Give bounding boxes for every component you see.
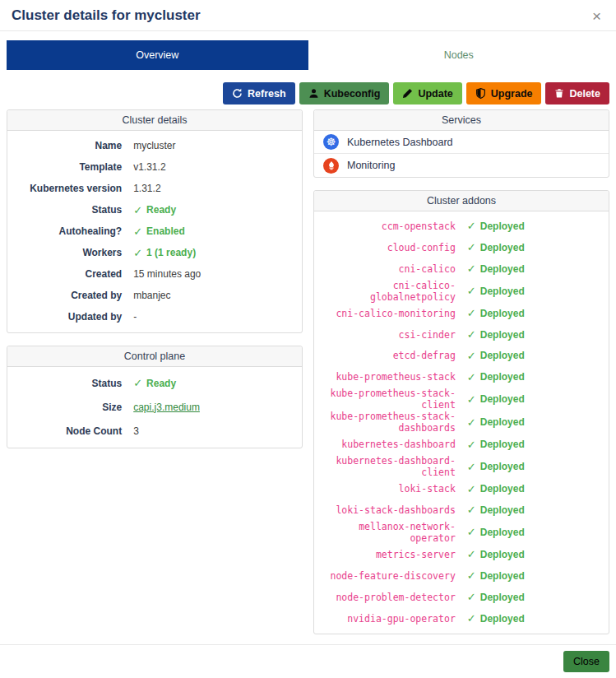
addon-status: ✓ Deployed xyxy=(467,570,609,582)
cluster-details-modal: Cluster details for mycluster × Overview… xyxy=(0,0,616,678)
status-text: Ready xyxy=(146,204,176,216)
close-button[interactable]: Close xyxy=(563,651,609,672)
addon-row: etcd-defrag ✓ Deployed xyxy=(314,345,609,366)
addon-row: loki-stack ✓ Deployed xyxy=(314,478,609,499)
addon-status-label: Deployed xyxy=(480,416,525,428)
tab-nodes[interactable]: Nodes xyxy=(308,40,610,70)
user-icon xyxy=(308,88,319,99)
addon-name: csi-cinder xyxy=(314,329,456,341)
addon-row: nvidia-gpu-operator ✓ Deployed xyxy=(314,608,609,629)
addon-status: ✓ Deployed xyxy=(467,504,609,516)
addon-status-label: Deployed xyxy=(480,549,525,560)
addon-status: ✓ Deployed xyxy=(467,308,609,319)
addon-status: ✓ Deployed xyxy=(467,439,609,450)
detail-row-created-by: Created by mbanjec xyxy=(7,285,302,306)
tab-overview[interactable]: Overview xyxy=(7,40,308,70)
addon-status-label: Deployed xyxy=(480,439,525,450)
service-label: Kubernetes Dashboard xyxy=(347,137,453,148)
trash-icon xyxy=(554,88,564,99)
size-link[interactable]: capi.j3.medium xyxy=(133,402,200,413)
check-icon: ✓ xyxy=(133,248,142,258)
addon-status-label: Deployed xyxy=(480,570,525,582)
addon-status-label: Deployed xyxy=(480,592,525,603)
addon-row: mellanox-network-operator ✓ Deployed xyxy=(314,521,609,544)
service-label: Monitoring xyxy=(347,160,395,171)
delete-label: Delete xyxy=(569,88,600,100)
addon-name: kubernetes-dashboard-client xyxy=(314,455,456,478)
shield-icon xyxy=(475,88,486,99)
addon-status: ✓ Deployed xyxy=(467,461,609,472)
refresh-icon xyxy=(232,88,243,99)
cluster-addons-body: ccm-openstack ✓ Deployed cloud-config ✓ xyxy=(314,211,609,634)
addon-status-label: Deployed xyxy=(480,613,525,625)
detail-row-autohealing: Autohealing? ✓Enabled xyxy=(7,221,302,242)
check-icon: ✓ xyxy=(467,351,476,361)
service-kubernetes-dashboard[interactable]: ☸ Kubernetes Dashboard xyxy=(314,131,609,154)
update-button[interactable]: Update xyxy=(393,82,461,104)
addon-status-label: Deployed xyxy=(480,504,525,516)
modal-body: Cluster details Name mycluster Template … xyxy=(0,109,616,647)
detail-row-workers: Workers ✓1 (1 ready) xyxy=(7,242,302,263)
services-body: ☸ Kubernetes Dashboard Monitoring xyxy=(314,131,609,177)
row-value: 3 xyxy=(133,425,294,437)
modal-footer: Close xyxy=(0,644,616,678)
check-icon: ✓ xyxy=(467,613,476,624)
kubeconfig-button[interactable]: Kubeconfig xyxy=(299,82,390,104)
row-label: Updated by xyxy=(7,311,122,323)
kubernetes-icon: ☸ xyxy=(323,134,339,150)
addon-row: kubernetes-dashboard-client ✓ Deployed xyxy=(314,455,609,478)
addon-status-label: Deployed xyxy=(480,350,525,361)
modal-header: Cluster details for mycluster × xyxy=(0,0,616,31)
addon-status: ✓ Deployed xyxy=(467,416,609,428)
addon-name: cni-calico-globalnetpolicy xyxy=(314,280,456,303)
cluster-details-panel: Cluster details Name mycluster Template … xyxy=(7,109,303,333)
cluster-details-body: Name mycluster Template v1.31.2 Kubernet… xyxy=(7,131,302,332)
delete-button[interactable]: Delete xyxy=(545,82,609,104)
row-label: Node Count xyxy=(7,425,122,437)
check-icon: ✓ xyxy=(467,504,476,515)
check-icon: ✓ xyxy=(133,378,142,388)
addon-row: kube-prometheus-stack-client ✓ Deployed xyxy=(314,388,609,411)
refresh-button[interactable]: Refresh xyxy=(223,82,295,104)
addon-status: ✓ Deployed xyxy=(467,393,609,405)
addon-name: kubernetes-dashboard xyxy=(314,439,456,450)
addon-row: cloud-config ✓ Deployed xyxy=(314,237,609,258)
cluster-addons-header: Cluster addons xyxy=(314,191,609,211)
detail-row-status: Status ✓Ready xyxy=(7,199,302,221)
cp-row-node-count: Node Count 3 xyxy=(7,419,302,443)
right-column: Services ☸ Kubernetes Dashboard Monitori… xyxy=(313,109,609,647)
detail-row-name: Name mycluster xyxy=(7,135,302,156)
addon-status: ✓ Deployed xyxy=(467,221,609,232)
check-icon: ✓ xyxy=(467,549,476,560)
close-icon[interactable]: × xyxy=(589,8,604,24)
kubeconfig-label: Kubeconfig xyxy=(324,88,381,100)
row-value: ✓Enabled xyxy=(133,225,294,237)
check-icon: ✓ xyxy=(467,527,476,537)
row-value: ✓Ready xyxy=(133,204,294,216)
addon-name: kube-prometheus-stack-client xyxy=(314,388,456,411)
addon-name: cloud-config xyxy=(314,242,456,253)
check-icon: ✓ xyxy=(467,242,476,253)
check-icon: ✓ xyxy=(467,286,476,296)
row-label: Status xyxy=(7,204,122,216)
check-icon: ✓ xyxy=(133,226,142,237)
service-monitoring[interactable]: Monitoring xyxy=(314,154,609,177)
status-text: 1 (1 ready) xyxy=(146,247,196,258)
addon-name: cni-calico-monitoring xyxy=(314,308,456,319)
update-label: Update xyxy=(418,88,452,100)
modal-title: Cluster details for mycluster xyxy=(12,7,201,24)
cp-row-status: Status ✓Ready xyxy=(7,371,302,395)
addon-row: kubernetes-dashboard ✓ Deployed xyxy=(314,434,609,455)
tab-bar: Overview Nodes xyxy=(7,40,609,70)
check-icon: ✓ xyxy=(467,570,476,581)
addon-row: loki-stack-dashboards ✓ Deployed xyxy=(314,499,609,521)
addon-status: ✓ Deployed xyxy=(467,286,609,297)
row-value: v1.31.2 xyxy=(133,161,294,173)
addon-row: cni-calico-monitoring ✓ Deployed xyxy=(314,303,609,324)
row-label: Autohealing? xyxy=(7,225,122,237)
check-icon: ✓ xyxy=(133,205,142,216)
upgrade-button[interactable]: Upgrade xyxy=(466,82,542,104)
detail-row-updated-by: Updated by - xyxy=(7,306,302,327)
row-label: Name xyxy=(7,140,122,151)
row-label: Kubernetes version xyxy=(7,183,122,194)
